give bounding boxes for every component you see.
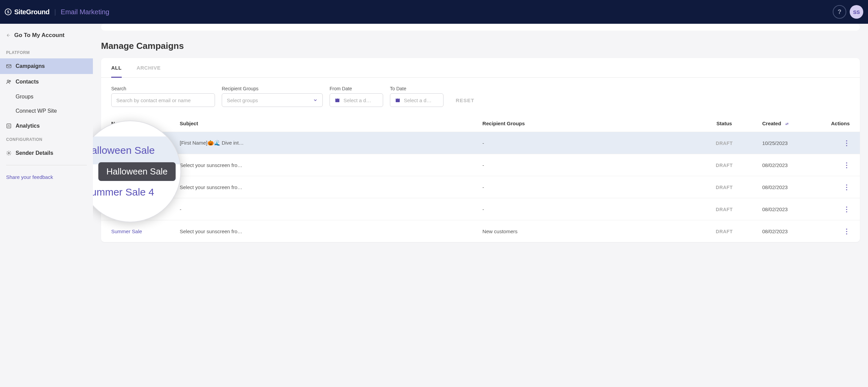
row-actions-menu[interactable]: ⋮ [843, 183, 850, 191]
sidebar-item-campaigns[interactable]: Campaigns [0, 58, 93, 74]
tab-all[interactable]: ALL [111, 58, 122, 77]
people-icon [6, 79, 12, 85]
question-icon: ? [838, 8, 842, 16]
row-actions-menu[interactable]: ⋮ [843, 205, 850, 213]
search-input[interactable] [111, 93, 215, 107]
table-row: Halloween Sale [First Name]🎃🌊 Dive int… … [101, 132, 860, 154]
table-header-row: Name Subject Recipient Groups Status Cre… [101, 115, 860, 132]
col-recipient-groups: Recipient Groups [478, 115, 690, 132]
date-placeholder: Select a d… [343, 97, 371, 103]
calendar-icon [335, 97, 340, 103]
section-platform-label: PLATFORM [0, 47, 93, 58]
table-row: Summer Sale 4 Select your sunscreen fro…… [101, 154, 860, 176]
sidebar-item-label: Contacts [16, 79, 39, 85]
col-subject: Subject [176, 115, 478, 132]
table-row: Summer Sale 2 - - DRAFT 08/02/2023 ⋮ [101, 198, 860, 220]
row-actions-menu[interactable]: ⋮ [843, 161, 850, 169]
breadcrumb-card [101, 24, 860, 31]
cell-subject: Select your sunscreen fro… [176, 154, 478, 176]
svg-point-4 [8, 152, 9, 154]
cell-subject: - [176, 198, 478, 220]
filters-bar: Search Recipient Groups Select groups Fr… [101, 78, 860, 115]
filter-search: Search [111, 86, 215, 107]
filter-from-date: From Date Select a d… [330, 86, 383, 107]
cell-groups: - [478, 132, 690, 154]
envelope-icon [6, 63, 12, 69]
table-row: Summer Sale 3 Select your sunscreen fro…… [101, 176, 860, 198]
sidebar-item-label: Sender Details [16, 150, 53, 156]
svg-point-2 [9, 80, 11, 82]
sidebar-item-sender-details[interactable]: Sender Details [0, 145, 93, 161]
sidebar-divider [6, 165, 87, 165]
header-right: ? SS [833, 5, 863, 19]
status-badge: DRAFT [716, 185, 733, 190]
tabs: ALL ARCHIVE [101, 58, 860, 78]
filter-to-date: To Date Select a d… [390, 86, 443, 107]
campaign-name-link[interactable]: Summer Sale 4 [111, 162, 146, 168]
sidebar-sub-connect-wp[interactable]: Connect WP Site [0, 104, 93, 118]
groups-select[interactable]: Select groups [222, 93, 323, 107]
status-badge: DRAFT [716, 141, 733, 146]
cell-created: 08/02/2023 [758, 176, 826, 198]
sidebar-item-label: Analytics [16, 123, 40, 129]
campaigns-panel: ALL ARCHIVE Search Recipient Groups Sele… [101, 58, 860, 242]
col-created[interactable]: Created [758, 115, 826, 132]
svg-rect-6 [396, 98, 400, 102]
cell-created: 08/02/2023 [758, 198, 826, 220]
cell-subject: Select your sunscreen fro… [176, 176, 478, 198]
cell-created: 10/25/2023 [758, 132, 826, 154]
cell-created: 08/02/2023 [758, 220, 826, 242]
campaign-name-link[interactable]: Summer Sale 2 [111, 206, 146, 212]
from-date-label: From Date [330, 86, 383, 91]
from-date-input[interactable]: Select a d… [330, 93, 383, 107]
row-actions-menu[interactable]: ⋮ [843, 139, 850, 147]
table-row: Summer Sale Select your sunscreen fro… N… [101, 220, 860, 242]
cell-groups: New customers [478, 220, 690, 242]
to-date-label: To Date [390, 86, 443, 91]
main-content: Manage Campaigns ALL ARCHIVE Search Reci… [93, 24, 868, 387]
search-label: Search [111, 86, 215, 91]
campaign-name-link[interactable]: Halloween Sale [111, 140, 146, 146]
user-avatar[interactable]: SS [850, 5, 863, 19]
status-badge: DRAFT [716, 229, 733, 234]
cell-groups: - [478, 176, 690, 198]
app-header: S SiteGround | Email Marketing ? SS [0, 0, 868, 24]
campaign-name-link[interactable]: Summer Sale 3 [111, 184, 146, 190]
svg-point-1 [7, 80, 9, 82]
logo-icon: S [5, 8, 12, 15]
groups-placeholder: Select groups [227, 97, 258, 103]
status-badge: DRAFT [716, 163, 733, 168]
feedback-link[interactable]: Share your feedback [0, 169, 93, 185]
svg-rect-5 [335, 98, 339, 102]
page-title: Manage Campaigns [101, 41, 860, 51]
sidebar-item-label: Campaigns [16, 63, 45, 69]
gear-icon [6, 150, 12, 156]
sidebar: Go To My Account PLATFORM Campaigns Cont… [0, 24, 93, 387]
logo[interactable]: S SiteGround [5, 8, 50, 16]
app-title: Email Marketing [61, 8, 109, 16]
chart-icon [6, 123, 12, 129]
sidebar-item-contacts[interactable]: Contacts [0, 74, 93, 90]
cell-groups: - [478, 198, 690, 220]
cell-subject: [First Name]🎃🌊 Dive int… [176, 132, 478, 154]
sort-icon [785, 122, 789, 126]
to-date-input[interactable]: Select a d… [390, 93, 443, 107]
sidebar-item-analytics[interactable]: Analytics [0, 118, 93, 134]
header-left: S SiteGround | Email Marketing [5, 8, 109, 16]
chevron-down-icon [313, 98, 318, 103]
sidebar-sub-groups[interactable]: Groups [0, 90, 93, 104]
col-actions: Actions [826, 115, 860, 132]
logo-text: SiteGround [14, 8, 50, 16]
filter-groups: Recipient Groups Select groups [222, 86, 323, 107]
tab-archive[interactable]: ARCHIVE [137, 58, 161, 77]
logo-divider: | [54, 8, 56, 16]
groups-label: Recipient Groups [222, 86, 323, 91]
col-name: Name [101, 115, 176, 132]
cell-subject: Select your sunscreen fro… [176, 220, 478, 242]
campaign-name-link[interactable]: Summer Sale [111, 228, 142, 234]
back-to-account-link[interactable]: Go To My Account [0, 29, 93, 41]
cell-created: 08/02/2023 [758, 154, 826, 176]
help-button[interactable]: ? [833, 5, 846, 19]
row-actions-menu[interactable]: ⋮ [843, 227, 850, 235]
reset-button[interactable]: RESET [450, 93, 480, 107]
